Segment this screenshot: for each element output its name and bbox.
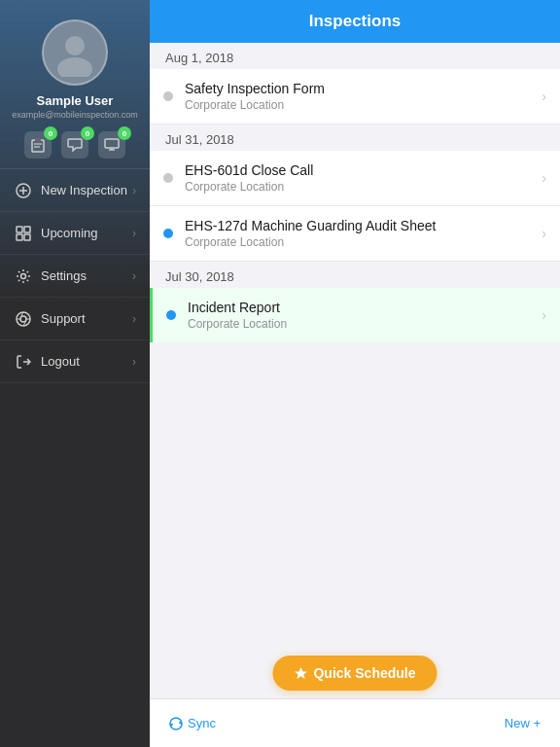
inspection-info: EHS-127d Machine Guarding Audit Sheet Co… — [185, 218, 534, 249]
sidebar-content: Sample User example@mobileinspection.com… — [0, 0, 150, 383]
logout-icon — [14, 352, 33, 372]
inspection-row-highlighted[interactable]: Incident Report Corporate Location › — [150, 288, 560, 342]
inspection-row[interactable]: Safety Inspection Form Corporate Locatio… — [150, 69, 560, 124]
inspection-location: Corporate Location — [185, 235, 534, 249]
sidebar-item-support[interactable]: Support › — [0, 298, 150, 340]
sidebar-item-settings[interactable]: Settings › — [0, 255, 150, 298]
inspection-location: Corporate Location — [188, 317, 534, 331]
badge-clipboard[interactable]: 0 — [24, 131, 52, 159]
inspections-list: Aug 1, 2018 Safety Inspection Form Corpo… — [150, 43, 560, 747]
inspection-info: Incident Report Corporate Location — [188, 300, 534, 331]
sidebar-item-new-inspection-label: New Inspection — [41, 183, 132, 197]
inspection-title: Incident Report — [188, 300, 534, 315]
sidebar-item-support-label: Support — [41, 311, 132, 326]
svg-point-0 — [65, 36, 85, 55]
chevron-icon: › — [132, 227, 136, 240]
status-dot — [163, 229, 173, 238]
quick-schedule-label: Quick Schedule — [313, 665, 415, 681]
chevron-icon: › — [132, 312, 136, 326]
footer-bar: Sync New + — [150, 698, 560, 747]
svg-rect-13 — [24, 227, 30, 232]
sync-label: Sync — [188, 716, 216, 730]
sidebar-item-new-inspection[interactable]: New Inspection › — [0, 169, 150, 212]
badge-row: 0 0 0 — [24, 131, 125, 159]
svg-rect-12 — [17, 227, 22, 232]
sidebar-item-logout-label: Logout — [41, 354, 132, 369]
user-name: Sample User — [29, 93, 122, 108]
chevron-icon: › — [132, 184, 136, 197]
sidebar-item-logout[interactable]: Logout › — [0, 340, 150, 383]
date-header-jul30: Jul 30, 2018 — [150, 262, 560, 288]
sidebar-item-upcoming-label: Upcoming — [41, 226, 132, 240]
user-email: example@mobileinspection.com — [6, 110, 144, 120]
inspection-location: Corporate Location — [185, 180, 534, 194]
new-button[interactable]: New + — [505, 716, 541, 730]
svg-rect-3 — [35, 138, 41, 142]
status-dot — [166, 310, 176, 320]
top-header: Inspections — [150, 0, 560, 43]
sidebar-item-settings-label: Settings — [41, 268, 132, 283]
inspection-location: Corporate Location — [185, 98, 534, 112]
chevron-icon: › — [132, 269, 136, 283]
chevron-icon: › — [132, 355, 136, 369]
support-icon — [14, 309, 33, 329]
date-header-aug1: Aug 1, 2018 — [150, 43, 560, 69]
svg-point-18 — [20, 316, 26, 322]
inspection-row[interactable]: EHS-127d Machine Guarding Audit Sheet Co… — [150, 206, 560, 262]
header-title: Inspections — [309, 12, 401, 31]
sidebar: Sample User example@mobileinspection.com… — [0, 0, 150, 747]
gear-icon — [14, 267, 33, 286]
sync-button[interactable]: Sync — [169, 716, 216, 730]
quick-schedule-button[interactable]: Quick Schedule — [272, 656, 437, 691]
new-label: New + — [505, 716, 541, 730]
avatar — [42, 19, 108, 86]
badge-chat-count: 0 — [81, 126, 94, 140]
sidebar-item-upcoming[interactable]: Upcoming › — [0, 212, 150, 255]
row-chevron-icon: › — [542, 226, 546, 241]
row-chevron-icon: › — [542, 170, 546, 186]
svg-point-16 — [21, 273, 26, 278]
inspection-row[interactable]: EHS-601d Close Call Corporate Location › — [150, 151, 560, 206]
svg-rect-14 — [17, 234, 22, 240]
svg-rect-6 — [105, 139, 119, 148]
inspection-title: Safety Inspection Form — [185, 81, 534, 96]
badge-monitor[interactable]: 0 — [98, 131, 125, 159]
plus-icon — [14, 181, 33, 200]
inspection-title: EHS-601d Close Call — [185, 162, 534, 178]
badge-monitor-count: 0 — [118, 126, 131, 140]
date-header-jul31: Jul 31, 2018 — [150, 124, 560, 151]
status-dot — [163, 91, 173, 101]
row-chevron-icon: › — [542, 307, 546, 323]
grid-icon — [14, 224, 33, 243]
inspection-info: EHS-601d Close Call Corporate Location — [185, 162, 534, 194]
inspection-title: EHS-127d Machine Guarding Audit Sheet — [185, 218, 534, 233]
inspection-info: Safety Inspection Form Corporate Locatio… — [185, 81, 534, 112]
svg-rect-15 — [24, 234, 30, 240]
badge-chat[interactable]: 0 — [61, 131, 88, 159]
svg-point-1 — [57, 57, 92, 77]
main-content: Inspections Aug 1, 2018 Safety Inspectio… — [150, 0, 560, 747]
badge-clipboard-count: 0 — [44, 126, 57, 140]
status-dot — [163, 173, 173, 183]
row-chevron-icon: › — [542, 89, 546, 104]
